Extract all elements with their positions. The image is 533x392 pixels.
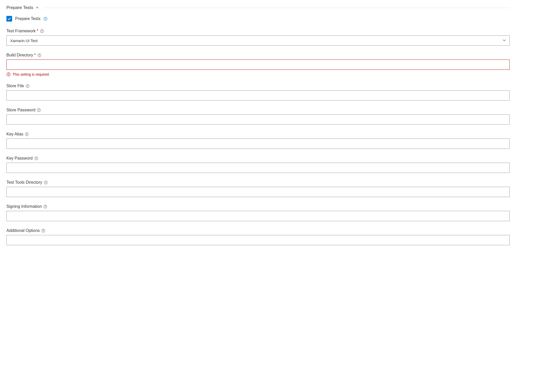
info-icon[interactable] — [43, 204, 47, 209]
section-header[interactable]: Prepare Tests — [6, 5, 510, 10]
test-framework-field: Test Framework * Xamarin UI Test — [6, 29, 510, 46]
svg-point-19 — [27, 133, 27, 134]
info-icon[interactable] — [41, 229, 45, 233]
key-password-label: Key Password — [6, 156, 33, 161]
svg-point-31 — [43, 230, 44, 230]
info-icon[interactable] — [34, 156, 38, 160]
key-alias-label: Key Alias — [6, 132, 23, 136]
info-icon[interactable] — [25, 132, 29, 136]
prepare-tests-checkbox-label: Prepare Tests — [15, 16, 40, 21]
info-icon[interactable] — [37, 53, 41, 57]
section-divider — [43, 8, 510, 8]
error-icon — [6, 72, 11, 76]
svg-point-13 — [27, 85, 28, 85]
store-password-input[interactable] — [6, 114, 510, 125]
svg-point-25 — [45, 181, 46, 182]
info-icon[interactable] — [40, 29, 44, 33]
chevron-up-icon — [35, 6, 39, 9]
info-icon[interactable] — [44, 180, 48, 184]
store-file-field: Store File — [6, 84, 510, 101]
key-password-input[interactable] — [6, 163, 510, 173]
additional-options-label: Additional Options — [6, 228, 40, 233]
build-directory-error: This setting is required. — [6, 72, 510, 76]
info-icon[interactable] — [37, 108, 41, 112]
key-alias-field: Key Alias — [6, 132, 510, 149]
svg-point-22 — [36, 157, 36, 158]
key-password-field: Key Password — [6, 156, 510, 173]
store-password-label: Store Password — [6, 108, 35, 112]
additional-options-field: Additional Options — [6, 228, 510, 245]
test-tools-directory-label: Test Tools Directory — [6, 180, 42, 185]
key-alias-input[interactable] — [6, 139, 510, 149]
store-password-field: Store Password — [6, 108, 510, 125]
prepare-tests-checkbox-row: Prepare Tests — [6, 16, 510, 22]
error-text: This setting is required. — [13, 72, 50, 76]
prepare-tests-checkbox[interactable] — [6, 16, 12, 22]
info-icon[interactable] — [25, 84, 30, 88]
required-indicator: * — [37, 29, 38, 33]
svg-point-4 — [42, 30, 42, 31]
svg-point-1 — [45, 18, 46, 18]
test-framework-label: Test Framework — [6, 29, 36, 33]
svg-point-16 — [39, 109, 39, 110]
test-tools-directory-input[interactable] — [6, 187, 510, 197]
required-indicator: * — [34, 53, 36, 57]
signing-information-field: Signing Information — [6, 204, 510, 221]
build-directory-input[interactable] — [6, 60, 510, 70]
test-framework-select[interactable]: Xamarin UI Test — [6, 35, 510, 46]
svg-point-28 — [45, 205, 46, 206]
section-title: Prepare Tests — [6, 5, 33, 10]
svg-point-7 — [39, 54, 40, 55]
store-file-input[interactable] — [6, 90, 510, 101]
build-directory-label: Build Directory — [6, 53, 33, 57]
signing-information-label: Signing Information — [6, 204, 42, 209]
additional-options-input[interactable] — [6, 235, 510, 245]
test-tools-directory-field: Test Tools Directory — [6, 180, 510, 197]
store-file-label: Store File — [6, 84, 24, 88]
signing-information-input[interactable] — [6, 211, 510, 221]
svg-point-11 — [8, 75, 9, 75]
info-icon[interactable] — [43, 17, 47, 21]
build-directory-field: Build Directory * This setting is requir… — [6, 53, 510, 76]
